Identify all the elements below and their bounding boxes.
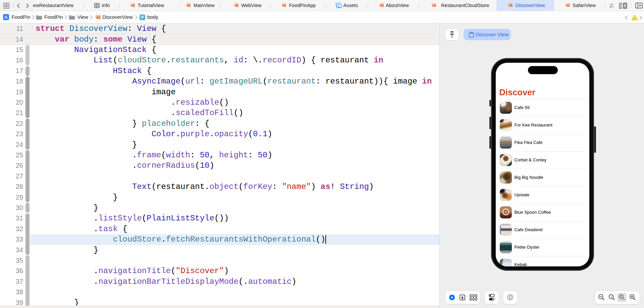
svg-text:1: 1 [610, 295, 612, 298]
svg-text:P: P [141, 15, 144, 19]
